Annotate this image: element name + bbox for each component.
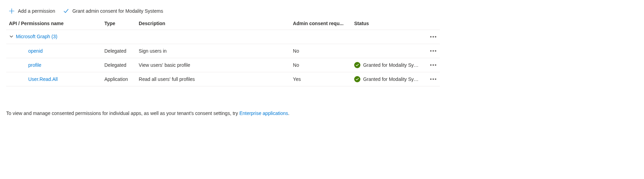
grant-consent-label: Grant admin consent for Modality Systems bbox=[72, 8, 163, 14]
row-menu-button[interactable]: ••• bbox=[427, 48, 437, 54]
permission-status-text: Granted for Modality Sy… bbox=[363, 76, 419, 82]
enterprise-applications-link[interactable]: Enterprise applications bbox=[239, 110, 288, 116]
footer-text-before: To view and manage consented permissions… bbox=[6, 110, 239, 116]
chevron-down-icon bbox=[9, 34, 14, 39]
table-row: openid Delegated Sign users in No ••• bbox=[6, 44, 440, 58]
add-permission-label: Add a permission bbox=[18, 8, 55, 14]
success-icon bbox=[354, 62, 360, 68]
success-icon bbox=[354, 76, 360, 82]
more-icon: ••• bbox=[430, 34, 437, 40]
grant-consent-button[interactable]: Grant admin consent for Modality Systems bbox=[63, 8, 163, 14]
group-label: Microsoft Graph (3) bbox=[16, 34, 57, 39]
col-header-status[interactable]: Status bbox=[351, 17, 421, 30]
more-icon: ••• bbox=[430, 76, 437, 82]
permission-status-text: Granted for Modality Sy… bbox=[363, 62, 419, 68]
add-permission-button[interactable]: Add a permission bbox=[9, 8, 55, 14]
permission-status: Granted for Modality Sy… bbox=[354, 76, 419, 82]
permission-type: Delegated bbox=[102, 58, 136, 72]
permission-type: Application bbox=[102, 72, 136, 86]
table-row: profile Delegated View users' basic prof… bbox=[6, 58, 440, 72]
col-header-name[interactable]: API / Permissions name bbox=[6, 17, 102, 30]
table-header-row: API / Permissions name Type Description … bbox=[6, 17, 440, 30]
permission-admin: No bbox=[290, 58, 351, 72]
row-menu-button[interactable]: ••• bbox=[427, 76, 437, 83]
permission-name-link[interactable]: profile bbox=[9, 62, 41, 68]
plus-icon bbox=[9, 8, 14, 14]
permission-type: Delegated bbox=[102, 44, 136, 58]
more-icon: ••• bbox=[430, 62, 437, 68]
col-header-type[interactable]: Type bbox=[102, 17, 136, 30]
col-header-description[interactable]: Description bbox=[136, 17, 290, 30]
permission-status bbox=[351, 44, 421, 58]
footer-text-after: . bbox=[288, 110, 289, 116]
footer-note: To view and manage consented permissions… bbox=[6, 86, 638, 116]
toolbar: Add a permission Grant admin consent for… bbox=[6, 3, 638, 17]
permission-name-link[interactable]: User.Read.All bbox=[9, 76, 58, 82]
permission-description: Read all users' full profiles bbox=[136, 72, 290, 86]
check-icon bbox=[63, 8, 69, 14]
permission-status: Granted for Modality Sy… bbox=[354, 62, 419, 68]
permission-name-link[interactable]: openid bbox=[9, 48, 43, 54]
table-group-row: Microsoft Graph (3) ••• bbox=[6, 30, 440, 44]
row-menu-button[interactable]: ••• bbox=[427, 62, 437, 69]
permissions-table: API / Permissions name Type Description … bbox=[6, 17, 440, 86]
group-toggle-microsoft-graph[interactable]: Microsoft Graph (3) bbox=[9, 34, 57, 39]
permission-description: Sign users in bbox=[136, 44, 290, 58]
group-row-menu-button[interactable]: ••• bbox=[427, 33, 437, 40]
permission-admin: No bbox=[290, 44, 351, 58]
table-row: User.Read.All Application Read all users… bbox=[6, 72, 440, 86]
col-header-admin-consent[interactable]: Admin consent requ... bbox=[290, 17, 351, 30]
more-icon: ••• bbox=[430, 48, 437, 54]
permission-description: View users' basic profile bbox=[136, 58, 290, 72]
permission-admin: Yes bbox=[290, 72, 351, 86]
